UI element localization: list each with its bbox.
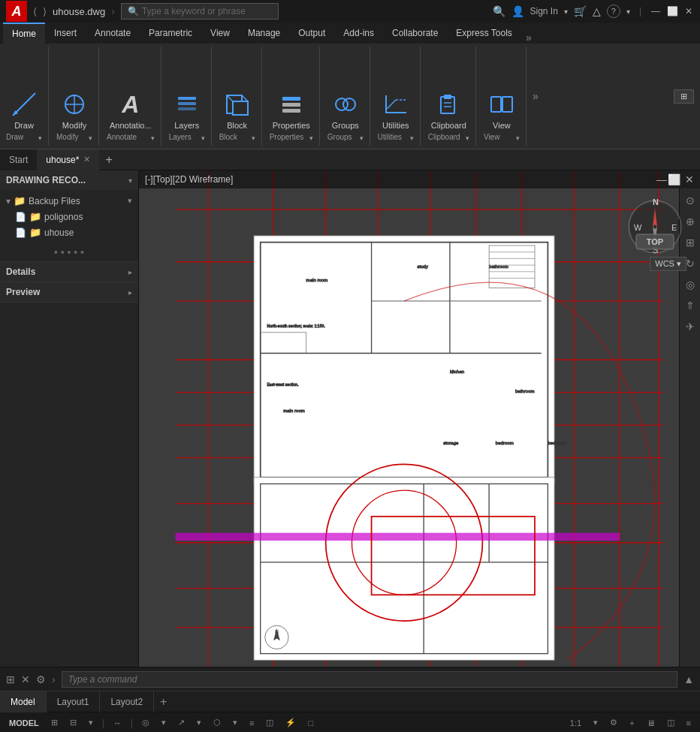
tab-model[interactable]: Model: [0, 691, 47, 712]
nav-forward-icon[interactable]: ⟩: [43, 6, 47, 17]
command-input[interactable]: [62, 671, 677, 688]
tab-uhouse[interactable]: uhouse* ✕: [37, 149, 99, 170]
lineweight-toggle[interactable]: ≡: [246, 717, 257, 729]
cart-icon[interactable]: 🛒: [574, 5, 587, 17]
workspace-switcher[interactable]: ⊞: [674, 47, 700, 146]
tab-addins[interactable]: Add-ins: [334, 23, 383, 44]
viewport-close-icon[interactable]: ✕: [685, 173, 694, 185]
tab-expresstools[interactable]: Express Tools: [447, 23, 520, 44]
svg-text:W: W: [634, 223, 642, 232]
tab-manage[interactable]: Manage: [239, 23, 289, 44]
tab-output[interactable]: Output: [289, 23, 334, 44]
tab-layout1[interactable]: Layout1: [47, 691, 101, 712]
modify-expand-icon[interactable]: ▾: [89, 134, 92, 142]
isolate-objects-icon[interactable]: ◫: [664, 716, 677, 729]
user-icon[interactable]: 👤: [511, 5, 524, 17]
polar-toggle[interactable]: ◎: [139, 716, 152, 729]
grid-icon[interactable]: ⊞: [6, 673, 15, 685]
viewport-controls-icon[interactable]: +: [626, 717, 637, 729]
canvas-area[interactable]: main room study bathroom main room kitch…: [139, 170, 700, 667]
backup-files-item[interactable]: ▾ 📁 Backup Files ▾: [0, 193, 138, 209]
annotation-scale[interactable]: 1:1: [567, 717, 584, 729]
modify-button[interactable]: Modify: [56, 86, 92, 133]
workspace-button[interactable]: ⊞: [674, 89, 694, 104]
sign-in-label[interactable]: Sign In: [530, 6, 558, 17]
draw-expand-icon[interactable]: ▾: [38, 134, 42, 142]
ribbon-overflow-button[interactable]: »: [528, 90, 543, 102]
annotate-button[interactable]: A Annotatio...: [107, 86, 155, 133]
walk-button[interactable]: ⇑: [681, 297, 699, 315]
cmd-expand-icon[interactable]: ▲: [683, 673, 694, 685]
annotation-scale-chevron-icon[interactable]: ▾: [590, 716, 601, 729]
tab-collaborate[interactable]: Collaborate: [383, 23, 447, 44]
osnap-toggle[interactable]: ↗: [175, 716, 188, 729]
transparency-toggle[interactable]: ◫: [263, 716, 276, 729]
panel-dots[interactable]: • • • • •: [0, 243, 138, 261]
details-header[interactable]: Details ▸: [0, 262, 138, 282]
ortho-toggle[interactable]: ↔: [110, 717, 125, 729]
autodesk-icon[interactable]: △: [593, 5, 601, 17]
grid-toggle[interactable]: ⊞: [48, 716, 61, 729]
win-minimize-button[interactable]: —: [650, 6, 661, 17]
tab-uhouse-close-icon[interactable]: ✕: [83, 155, 90, 164]
tab-parametric[interactable]: Parametric: [140, 23, 201, 44]
dynin-chevron-icon[interactable]: ▾: [230, 716, 240, 729]
win-restore-button[interactable]: ⬜: [667, 6, 677, 17]
search-button[interactable]: 🔍: [493, 5, 505, 17]
layers-button[interactable]: Layers: [169, 86, 205, 133]
view-expand-icon[interactable]: ▾: [516, 134, 520, 142]
utilities-button[interactable]: Utilities: [378, 86, 414, 133]
look-button[interactable]: ◎: [681, 276, 699, 294]
tab-home[interactable]: Home: [3, 23, 45, 44]
settings-icon[interactable]: ✕: [21, 673, 30, 685]
ribbon-more-button[interactable]: »: [521, 32, 536, 44]
osnap-chevron-icon[interactable]: ▾: [194, 716, 204, 729]
view-button[interactable]: View: [484, 86, 520, 133]
groups-button[interactable]: Groups: [327, 86, 364, 133]
clipboard-button[interactable]: Clipboard: [428, 86, 469, 133]
tab-layout2[interactable]: Layout2: [100, 691, 154, 712]
viewport-restore-icon[interactable]: ⬜: [668, 173, 680, 185]
properties-expand-icon[interactable]: ▾: [309, 134, 313, 142]
customization-icon[interactable]: ≡: [683, 717, 694, 729]
qprops-toggle[interactable]: ⚡: [282, 716, 299, 729]
annotate-expand-icon[interactable]: ▾: [151, 134, 155, 142]
win-close-button[interactable]: ✕: [683, 6, 694, 17]
snap-toggle[interactable]: ⊟: [67, 716, 80, 729]
help-chevron-icon[interactable]: ▾: [626, 8, 630, 16]
groups-expand-icon[interactable]: ▾: [360, 134, 364, 142]
drawing-recovery-header[interactable]: DRAWING RECO... ▾: [0, 170, 138, 190]
drawing-canvas[interactable]: main room study bathroom main room kitch…: [139, 170, 700, 667]
cmd-dropdown-icon[interactable]: ⚙: [36, 673, 46, 685]
clipboard-expand-icon[interactable]: ▾: [466, 134, 469, 142]
flythrough-button[interactable]: ✈: [681, 318, 699, 336]
preview-header[interactable]: Preview ▸: [0, 282, 138, 302]
layers-expand-icon[interactable]: ▾: [201, 134, 205, 142]
tab-start[interactable]: Start: [0, 149, 37, 170]
tab-annotate[interactable]: Annotate: [86, 23, 140, 44]
draw-button[interactable]: Draw: [6, 86, 42, 133]
search-box[interactable]: 🔍 Type a keyword or phrase: [121, 3, 279, 20]
help-button[interactable]: ?: [607, 5, 620, 18]
block-button[interactable]: Block: [219, 86, 255, 133]
nav-back-icon[interactable]: ⟨: [33, 6, 37, 17]
block-expand-icon[interactable]: ▾: [252, 134, 255, 142]
chevron-down-icon[interactable]: ▾: [564, 8, 568, 16]
poligonos-item[interactable]: 📄 📁 poligonos: [0, 209, 138, 224]
utilities-expand-icon[interactable]: ▾: [410, 134, 414, 142]
workspace-settings-icon[interactable]: ⚙: [607, 716, 620, 729]
uhouse-item[interactable]: 📄 📁 uhouse: [0, 224, 138, 240]
layout-add-button[interactable]: +: [154, 695, 173, 709]
snap-chevron-icon[interactable]: ▾: [86, 716, 96, 729]
tab-add-button[interactable]: +: [99, 153, 118, 167]
model-space-label[interactable]: MODEL: [6, 717, 42, 729]
polar-chevron-icon[interactable]: ▾: [158, 716, 169, 729]
tab-view[interactable]: View: [201, 23, 239, 44]
dynin-toggle[interactable]: ⬡: [210, 716, 224, 729]
properties-button[interactable]: Properties: [270, 86, 313, 133]
hardware-accel-icon[interactable]: 🖥: [644, 717, 658, 729]
wcs-button[interactable]: WCS ▾: [650, 257, 686, 271]
selection-toggle[interactable]: □: [305, 717, 316, 729]
tab-insert[interactable]: Insert: [45, 23, 86, 44]
viewport-minimize-icon[interactable]: —: [656, 173, 667, 185]
